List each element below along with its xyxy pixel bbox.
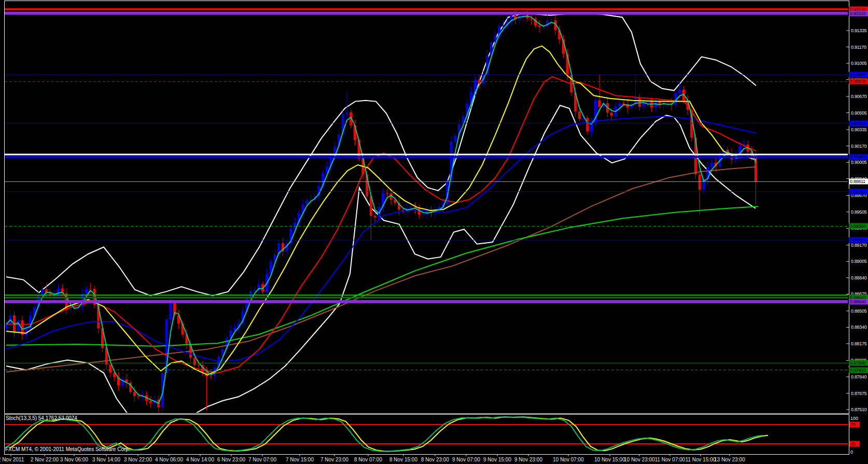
stoch-tick-label: 0 bbox=[850, 449, 853, 455]
price-tick-label: 0.87675 bbox=[851, 391, 866, 396]
time-tick-label: 9 Nov 07:00 bbox=[452, 457, 480, 462]
time-tick-label: 2 Nov 2011 bbox=[0, 457, 24, 462]
price-tick-label: 0.91005 bbox=[851, 61, 866, 66]
time-tick-label: 6 Nov 23:00 bbox=[217, 457, 245, 462]
price-tick-label: 0.88840 bbox=[851, 275, 866, 280]
price-level-badge: 0.90060 bbox=[849, 154, 868, 160]
price-tick-label: 0.90005 bbox=[851, 160, 866, 165]
time-tick-label: 11 Nov 15:00 bbox=[685, 457, 716, 462]
time-tick-label: 7 Nov 07:00 bbox=[248, 457, 276, 462]
price-level-badge: 0.88600 bbox=[849, 299, 868, 304]
price-level-badge: 0.87910 bbox=[849, 367, 868, 373]
price-tick-label: 0.89170 bbox=[851, 243, 866, 248]
time-tick-label: 7 Nov 15:00 bbox=[286, 457, 314, 462]
stoch-level-badge: 75 bbox=[849, 422, 860, 428]
price-tick-label: 0.90335 bbox=[851, 127, 866, 132]
time-tick-label: 10 Nov 07:00 bbox=[553, 457, 584, 462]
time-tick-label: 2 Nov 22:00 bbox=[31, 457, 59, 462]
mt4-chart-window: { "footer": { "copyright": "FXCM MT4, © … bbox=[0, 0, 868, 464]
stoch-level-badge: 25 bbox=[849, 441, 860, 447]
stoch-indicator-label: Stoch(13,3,5) 54.1762 53.0074 bbox=[6, 415, 77, 421]
copyright-text: FXCM MT4, © 2001-2011 MetaQuotes Softwar… bbox=[5, 446, 130, 452]
price-tick-label: 0.88505 bbox=[851, 308, 866, 314]
price-tick-label: 0.90670 bbox=[851, 94, 866, 99]
price-tick-label: 0.89005 bbox=[851, 259, 866, 264]
time-tick-label: 8 Nov 23:00 bbox=[421, 457, 449, 462]
price-level-badge: 0.89811 bbox=[849, 179, 868, 185]
time-tick-label: 10 Nov 23:00 bbox=[624, 457, 655, 462]
price-level-badge: 0.90890 bbox=[849, 72, 868, 78]
price-tick-label: 0.91170 bbox=[851, 45, 866, 50]
time-tick-label: 7 Nov 23:00 bbox=[320, 457, 348, 462]
time-tick-label: 9 Nov 15:00 bbox=[483, 457, 511, 462]
time-tick-label: 3 Nov 06:00 bbox=[60, 457, 88, 462]
chart-canvas[interactable] bbox=[0, 0, 868, 464]
time-tick-label: 3 Nov 14:00 bbox=[92, 457, 120, 462]
price-level-badge: 0.90400 bbox=[849, 120, 868, 126]
time-tick-label: 8 Nov 15:00 bbox=[389, 457, 417, 462]
price-level-badge: 0.87980 bbox=[849, 360, 868, 366]
time-tick-label: 4 Nov 06:00 bbox=[155, 457, 183, 462]
price-tick-label: 0.90170 bbox=[851, 144, 866, 149]
price-tick-label: 0.88175 bbox=[851, 341, 866, 346]
time-tick-label: 10 Nov 15:00 bbox=[594, 457, 625, 462]
price-level-badge: 0.90820 bbox=[849, 79, 868, 85]
time-tick-label: 11 Nov 07:00 bbox=[655, 457, 685, 462]
time-tick-label: 13 Nov 23:00 bbox=[714, 457, 745, 462]
time-tick-label: 4 Nov 14:00 bbox=[186, 457, 214, 462]
time-tick-label: 8 Nov 07:00 bbox=[354, 457, 382, 462]
time-tick-label: 3 Nov 22:00 bbox=[124, 457, 152, 462]
price-level-badge: 0.89220 bbox=[849, 237, 868, 243]
price-tick-label: 0.89505 bbox=[851, 209, 866, 215]
price-tick-label: 0.87510 bbox=[851, 407, 866, 412]
price-tick-label: 0.91335 bbox=[851, 28, 866, 33]
stoch-tick-label: 100 bbox=[850, 416, 858, 421]
chart-region[interactable] bbox=[0, 0, 868, 464]
price-level-badge: 0.89710 bbox=[849, 189, 868, 194]
price-tick-label: 0.90505 bbox=[851, 110, 866, 116]
price-tick-label: 0.88340 bbox=[851, 325, 866, 330]
price-tick-label: 0.87840 bbox=[851, 374, 866, 379]
price-level-badge: 0.91510 bbox=[849, 10, 868, 16]
time-tick-label: 9 Nov 23:00 bbox=[514, 457, 542, 462]
price-level-badge: 0.89360 bbox=[849, 223, 868, 229]
